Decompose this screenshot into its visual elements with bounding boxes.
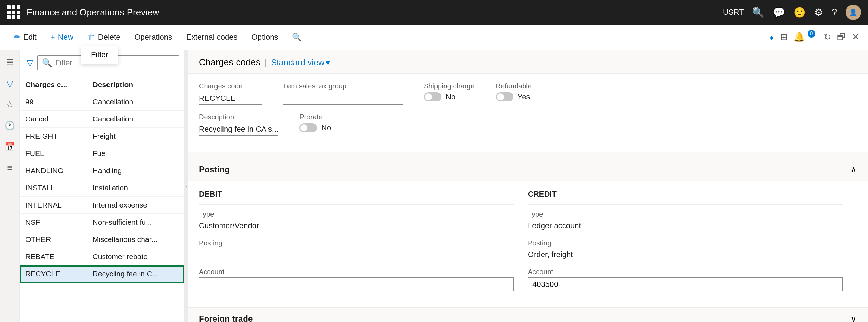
chevron-down-icon: ▾ — [326, 58, 330, 67]
nav-home-icon[interactable]: ☰ — [3, 55, 17, 70]
list-item-description: Cancellation — [87, 111, 184, 128]
list-item[interactable]: HANDLINGHandling — [20, 162, 184, 179]
list-item-description: Cancellation — [87, 93, 184, 111]
credit-posting-field: Posting Order, freight — [528, 239, 843, 261]
credit-type-value[interactable]: Ledger account — [528, 220, 843, 232]
avatar[interactable]: 👤 — [846, 5, 861, 20]
refresh-icon[interactable]: ↻ — [824, 32, 831, 42]
edit-button[interactable]: ✏ Edit — [8, 30, 42, 45]
credit-account-field: Account — [528, 268, 843, 291]
view-dropdown[interactable]: Standard view ▾ — [271, 58, 330, 67]
diamond-icon[interactable]: ⬧ — [769, 32, 775, 42]
list-item-description: Recycling fee in C... — [87, 265, 184, 283]
list-item[interactable]: 99Cancellation — [20, 93, 184, 111]
filter-toggle-button[interactable]: ▽ — [25, 57, 34, 69]
list-item[interactable]: OTHERMiscellanous char... — [20, 231, 184, 248]
shipping-charge-toggle[interactable] — [424, 92, 441, 101]
app-title: Finance and Operations Preview — [27, 7, 717, 18]
list-item[interactable]: FREIGHTFreight — [20, 128, 184, 145]
list-item-code: FREIGHT — [20, 128, 87, 145]
credit-posting-value[interactable]: Order, freight — [528, 249, 843, 261]
debit-account-field: Account — [199, 268, 514, 291]
debit-posting-value[interactable] — [199, 249, 514, 261]
detail-top-right-actions: ⬧ ⊞ 🔔 0 ↻ 🗗 ✕ — [769, 32, 860, 42]
foreign-trade-section: Foreign trade ∨ — [188, 307, 868, 322]
delete-button[interactable]: 🗑 Delete — [82, 30, 126, 45]
prorate-toggle[interactable] — [299, 123, 317, 132]
refundable-toggle-group: Yes — [496, 92, 532, 101]
filter-tooltip: Filter — [81, 46, 118, 64]
list-item-description: Internal expense — [87, 197, 184, 214]
item-sales-tax-group-value[interactable] — [283, 92, 403, 105]
list-item[interactable]: CancelCancellation — [20, 111, 184, 128]
credit-account-input[interactable] — [528, 277, 843, 291]
description-value[interactable]: Recycling fee in CA s... — [199, 123, 278, 136]
search-icon[interactable]: 🔍 — [752, 7, 764, 18]
help-icon[interactable]: ? — [831, 7, 837, 18]
list-item-code: 99 — [20, 93, 87, 111]
close-icon[interactable]: ✕ — [852, 32, 860, 42]
item-sales-tax-group-field: Item sales tax group — [283, 82, 403, 105]
col-description[interactable]: Description — [87, 76, 184, 93]
resize-handle[interactable]: ⋮ — [185, 50, 188, 322]
posting-section: Posting ∧ DEBIT Type Customer/Vendor Pos… — [188, 158, 868, 307]
operations-button[interactable]: Operations — [129, 30, 178, 45]
new-button[interactable]: + New — [45, 30, 79, 45]
list-table: Charges c... Description 99CancellationC… — [20, 76, 184, 322]
posting-section-content: DEBIT Type Customer/Vendor Posting Accou… — [188, 181, 868, 307]
debit-posting-field: Posting — [199, 239, 514, 261]
charges-codes-title: Charges codes — [199, 57, 260, 68]
list-item[interactable]: INTERNALInternal expense — [20, 197, 184, 214]
refundable-toggle[interactable] — [496, 92, 513, 101]
charges-code-value[interactable]: RECYCLE — [199, 92, 262, 105]
debit-header: DEBIT — [199, 190, 514, 205]
nav-clock-icon[interactable]: 🕐 — [3, 119, 17, 133]
list-item[interactable]: FUELFuel — [20, 145, 184, 162]
debit-type-field: Type Customer/Vendor — [199, 210, 514, 232]
list-item-code: NSF — [20, 214, 87, 231]
list-item-code: INSTALL — [20, 179, 87, 197]
list-item-code: OTHER — [20, 231, 87, 248]
refundable-field: Refundable Yes — [496, 82, 532, 101]
notification-badge: 0 — [808, 30, 815, 38]
posting-columns: DEBIT Type Customer/Vendor Posting Accou… — [199, 190, 857, 298]
app-grid-icon[interactable] — [7, 5, 21, 19]
notification-icon[interactable]: 🔔 — [793, 32, 805, 42]
search-command-icon: 🔍 — [292, 33, 302, 42]
main-layout: ☰ ▽ ☆ 🕐 📅 ≡ ▽ 🔍 Charges c... Description — [0, 50, 868, 322]
list-item[interactable]: RECYCLERecycling fee in C... — [20, 265, 184, 283]
col-charges-code[interactable]: Charges c... — [20, 76, 87, 93]
list-item[interactable]: NSFNon-sufficient fu... — [20, 214, 184, 231]
nav-filter-icon[interactable]: ▽ — [3, 77, 17, 91]
options-button[interactable]: Options — [246, 30, 284, 45]
minimize-icon[interactable]: 🗗 — [837, 32, 846, 42]
nav-star-icon[interactable]: ☆ — [3, 98, 17, 112]
foreign-trade-header[interactable]: Foreign trade ∨ — [188, 307, 868, 322]
chat-icon[interactable]: 💬 — [773, 7, 785, 18]
settings-icon[interactable]: ⚙ — [814, 7, 823, 18]
debit-account-input[interactable] — [199, 277, 514, 291]
shipping-charge-field: Shipping charge No — [424, 82, 475, 101]
nav-list-icon[interactable]: ≡ — [3, 161, 17, 175]
title-bar: Finance and Operations Preview USRT 🔍 💬 … — [0, 0, 868, 25]
detail-header: Charges codes | Standard view ▾ — [188, 50, 868, 74]
columns-icon[interactable]: ⊞ — [780, 32, 788, 42]
list-item-code: HANDLING — [20, 162, 87, 179]
list-item-description: Freight — [87, 128, 184, 145]
prorate-field: Prorate No — [299, 113, 331, 132]
form-row-1: Charges code RECYCLE Item sales tax grou… — [199, 82, 857, 105]
list-item[interactable]: REBATECustomer rebate — [20, 248, 184, 265]
charges-code-field: Charges code RECYCLE — [199, 82, 262, 105]
nav-calendar-icon[interactable]: 📅 — [3, 140, 17, 154]
posting-section-header[interactable]: Posting ∧ — [188, 158, 868, 181]
list-item[interactable]: INSTALLInstallation — [20, 179, 184, 197]
list-item-description: Customer rebate — [87, 248, 184, 265]
form-row-2: Description Recycling fee in CA s... Pro… — [199, 113, 857, 136]
debit-type-value[interactable]: Customer/Vendor — [199, 220, 514, 232]
command-bar: ✏ Edit + New 🗑 Delete Operations Externa… — [0, 25, 868, 50]
search-command-button[interactable]: 🔍 — [286, 30, 307, 45]
header-separator: | — [265, 58, 267, 67]
list-item-description: Miscellanous char... — [87, 231, 184, 248]
emoji-icon[interactable]: 🙂 — [793, 7, 806, 18]
external-codes-button[interactable]: External codes — [181, 30, 243, 45]
